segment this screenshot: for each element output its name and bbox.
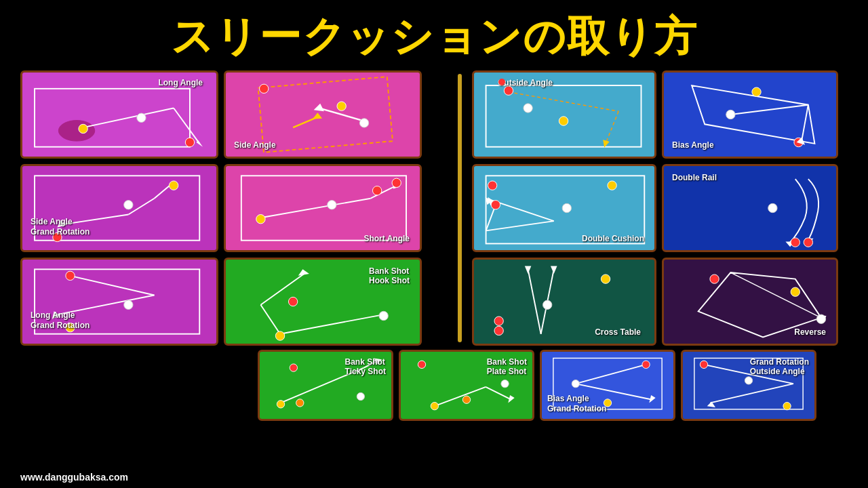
svg-marker-79 [525, 266, 532, 274]
svg-point-100 [431, 402, 438, 409]
label-double-cushion: Double Cushion [582, 234, 644, 243]
svg-point-15 [337, 102, 346, 110]
card-double-rail[interactable]: Double Rail [662, 164, 838, 252]
label-short-angle: Short Angle [363, 234, 410, 243]
svg-point-102 [501, 380, 509, 387]
svg-point-73 [768, 203, 777, 212]
svg-point-36 [66, 271, 75, 280]
right-row-2: Double Cushion Double Rail [472, 164, 848, 252]
svg-point-29 [328, 201, 336, 209]
right-row-3: Cross Table Reverse [472, 258, 848, 346]
svg-point-86 [710, 274, 719, 283]
row-3: Long AngleGrand Rotation Bank ShotHook S… [20, 258, 448, 346]
svg-point-74 [791, 238, 800, 247]
svg-point-93 [277, 401, 284, 408]
svg-point-80 [601, 274, 610, 283]
card-bank-ticky[interactable]: Bank ShotTicky Shot [258, 350, 393, 421]
svg-point-45 [275, 331, 284, 340]
svg-marker-12 [313, 113, 322, 119]
vertical-divider [458, 74, 462, 342]
svg-point-13 [260, 84, 269, 93]
svg-point-96 [290, 364, 297, 371]
svg-point-109 [572, 380, 579, 387]
card-bank-plate[interactable]: Bank ShotPlate Shot [399, 350, 534, 421]
svg-line-33 [71, 276, 155, 296]
right-row-1: Outside Angle Bias Angl [472, 70, 848, 159]
svg-line-105 [576, 365, 646, 384]
svg-marker-107 [649, 395, 655, 403]
svg-point-101 [462, 396, 470, 403]
svg-line-25 [260, 199, 370, 218]
svg-line-40 [260, 305, 280, 334]
svg-line-56 [802, 105, 808, 140]
svg-rect-24 [241, 176, 406, 240]
card-cross-table[interactable]: Cross Table [472, 258, 656, 346]
svg-point-22 [124, 201, 133, 209]
card-grand-outside[interactable]: Grand RotationOutside Angle [681, 350, 816, 421]
svg-line-3 [174, 108, 199, 143]
svg-point-44 [379, 311, 388, 320]
label-bias-angle: Bias Angle [672, 140, 714, 150]
svg-point-70 [488, 181, 496, 190]
label-bank-hook: Bank ShotHook Shot [369, 266, 410, 286]
svg-point-6 [137, 113, 146, 122]
svg-line-98 [486, 387, 511, 400]
card-outside-angle[interactable]: Outside Angle [472, 70, 656, 159]
card-bias-grand[interactable]: Bias AngleGrand Rotation [540, 350, 675, 421]
card-reverse[interactable]: Reverse [662, 258, 838, 346]
svg-point-69 [491, 201, 500, 209]
card-double-cushion[interactable]: Double Cushion [472, 164, 656, 252]
card-short-angle[interactable]: Short Angle [224, 164, 422, 252]
row-2: Side AngleGrand Rotation Short A [20, 164, 448, 252]
svg-point-82 [494, 326, 503, 335]
svg-marker-99 [508, 395, 514, 403]
label-bias-grand: Bias AngleGrand Rotation [547, 394, 606, 413]
label-cross-table: Cross Table [595, 327, 641, 337]
svg-marker-10 [314, 104, 324, 111]
svg-point-53 [498, 79, 505, 85]
svg-point-31 [372, 186, 381, 195]
svg-point-57 [752, 87, 761, 96]
svg-point-87 [791, 287, 800, 296]
svg-point-81 [543, 300, 552, 309]
svg-point-68 [562, 203, 571, 212]
svg-point-103 [418, 361, 425, 368]
label-double-rail: Double Rail [672, 173, 717, 182]
svg-line-2 [83, 108, 174, 127]
svg-point-7 [185, 138, 194, 146]
svg-point-21 [169, 181, 178, 190]
svg-point-1 [58, 121, 94, 142]
svg-point-5 [79, 124, 87, 133]
label-outside-angle: Outside Angle [498, 78, 553, 87]
svg-line-85 [730, 272, 821, 318]
svg-point-43 [288, 297, 297, 306]
website-label: www.danggubaksa.com [20, 472, 128, 483]
svg-point-67 [608, 181, 616, 190]
svg-point-28 [256, 215, 265, 224]
svg-point-95 [357, 392, 364, 400]
label-reverse: Reverse [794, 327, 826, 337]
svg-line-55 [730, 105, 808, 115]
bottom-strip: Bank ShotTicky Shot Bank ShotPlate Shot … [0, 346, 868, 421]
card-side-angle-grand[interactable]: Side AngleGrand Rotation [20, 164, 218, 252]
card-long-grand[interactable]: Long AngleGrand Rotation [20, 258, 218, 346]
page-title: スリークッションの取り方 [0, 0, 868, 70]
svg-line-113 [710, 384, 793, 403]
card-side-angle[interactable]: Side Angle [224, 70, 422, 159]
card-long-angle[interactable]: Long Angle [20, 70, 218, 159]
svg-point-117 [745, 377, 752, 384]
svg-line-77 [528, 269, 541, 333]
label-bank-ticky: Bank ShotTicky Shot [345, 357, 386, 377]
card-bias-angle[interactable]: Bias Angle [662, 70, 838, 159]
svg-marker-78 [551, 266, 557, 274]
svg-rect-0 [35, 89, 190, 147]
right-section: Outside Angle Bias Angl [472, 70, 848, 346]
label-long-grand: Long AngleGrand Rotation [31, 310, 90, 330]
row-1: Long Angle Side Angle [20, 70, 448, 159]
svg-point-37 [124, 300, 133, 309]
svg-line-63 [486, 221, 554, 230]
label-grand-outside: Grand RotationOutside Angle [750, 357, 809, 377]
svg-point-14 [359, 119, 368, 127]
card-bank-hook[interactable]: Bank ShotHook Shot [224, 258, 422, 346]
svg-line-48 [606, 111, 618, 144]
